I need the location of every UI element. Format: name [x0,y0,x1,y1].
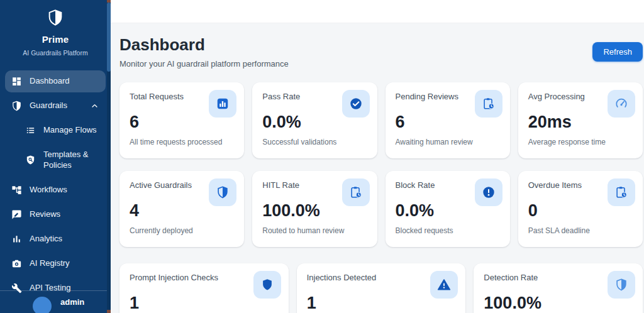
metric-subtitle: Average response time [528,138,633,146]
metric-card-total-requests: Total Requests 6 All time requests proce… [119,82,244,158]
sidebar: Prime AI Guardrails Platform Dashboard G… [0,0,111,313]
sidebar-item-label: Workflows [30,185,67,195]
metric-card-avg-processing: Avg Processing 20ms Average response tim… [518,82,643,158]
sidebar-item-templates-policies[interactable]: Templates & Policies [19,144,106,177]
pending-clipboard-icon [475,90,502,118]
sidebar-item-label: Templates & Policies [43,150,99,171]
metric-card-detection-rate: Detection Rate 100.0% [474,263,643,313]
metric-card-active-guardrails: Active Guardrails 4 Currently deployed [119,171,244,247]
top-app-bar [111,0,644,23]
sidebar-item-label: Analytics [30,234,62,244]
sidebar-item-label: Reviews [30,209,60,220]
registry-icon [11,258,22,269]
brand: Prime AI Guardrails Platform [0,0,111,57]
injection-metrics-grid: Prompt Injection Checks 1 Injections Det… [119,263,643,313]
page-header-text: Dashboard Monitor your AI guardrail plat… [119,35,289,69]
metric-card-pass-rate: Pass Rate 0.0% Successful validations [252,82,377,158]
pending-clipboard-icon [342,178,370,206]
avatar[interactable] [33,297,52,313]
dashboard-icon [11,76,22,87]
sidebar-item-analytics[interactable]: Analytics [5,228,106,250]
sidebar-item-label: Guardrails [30,101,67,111]
review-icon [11,209,22,220]
check-circle-icon [342,90,370,118]
error-circle-icon [475,178,502,206]
bar-chart-icon [209,90,236,118]
metric-subtitle: Blocked requests [396,226,500,235]
analytics-icon [11,234,22,244]
policy-icon [25,155,36,165]
metrics-grid: Total Requests 6 All time requests proce… [119,82,643,247]
metric-card-hitl-rate: HITL Rate 100.0% Routed to human review [252,171,377,247]
sidebar-scrollbar[interactable] [107,0,111,313]
shield-half-icon [11,101,22,111]
sidebar-item-label: Manage Flows [43,125,97,136]
scrollbar-down-arrow[interactable] [107,310,111,313]
main-area: Dashboard Monitor your AI guardrail plat… [111,0,644,313]
metric-card-block-rate: Block Rate 0.0% Blocked requests [386,171,510,247]
metric-card-pending-reviews: Pending Reviews 6 Awaiting human review [386,82,510,158]
user-name: admin [60,297,84,307]
dashboard-content: Dashboard Monitor your AI guardrail plat… [111,23,644,313]
metric-card-injections-detected: Injections Detected 1 [297,263,466,313]
workflow-icon [11,185,22,195]
shield-logo-icon [47,9,64,26]
brand-name: Prime [6,34,104,45]
metric-subtitle: Past SLA deadline [528,226,633,235]
scrollbar-thumb[interactable] [107,3,111,72]
app-window: Prime AI Guardrails Platform Dashboard G… [0,0,644,313]
refresh-button[interactable]: Refresh [592,42,643,62]
sidebar-item-dashboard[interactable]: Dashboard [5,70,106,92]
shield-solid-icon [253,271,281,299]
page-title: Dashboard [119,35,289,55]
page-header: Dashboard Monitor your AI guardrail plat… [119,35,643,69]
user-section[interactable]: admin [0,290,107,313]
shield-half-blue-icon [209,178,236,206]
shield-half-light-icon [608,271,635,299]
chevron-up-icon [90,101,99,111]
pending-clipboard-icon [608,178,635,206]
sidebar-nav: Dashboard Guardrails Manage Flows Templa… [0,57,111,299]
metric-card-overdue-items: Overdue Items 0 Past SLA deadline [518,171,643,247]
warning-triangle-icon [430,271,458,299]
sidebar-item-workflows[interactable]: Workflows [5,179,106,201]
sidebar-item-reviews[interactable]: Reviews [5,204,106,226]
sidebar-item-label: AI Registry [30,258,70,269]
speed-gauge-icon [608,90,635,118]
metric-subtitle: Currently deployed [130,226,234,235]
brand-tagline: AI Guardrails Platform [6,49,104,57]
metric-subtitle: All time requests processed [130,138,234,146]
metric-card-prompt-injection-checks: Prompt Injection Checks 1 [119,263,289,313]
metric-subtitle: Awaiting human review [396,138,500,146]
page-subtitle: Monitor your AI guardrail platform perfo… [119,59,289,69]
metric-subtitle: Successful validations [262,138,367,146]
sidebar-item-label: Dashboard [30,76,70,87]
scrollbar-up-arrow[interactable] [107,0,111,3]
metric-subtitle: Routed to human review [262,226,367,235]
sidebar-item-guardrails[interactable]: Guardrails [5,95,106,117]
list-icon [25,125,36,136]
sidebar-item-manage-flows[interactable]: Manage Flows [19,119,106,141]
sidebar-item-ai-registry[interactable]: AI Registry [5,253,106,275]
